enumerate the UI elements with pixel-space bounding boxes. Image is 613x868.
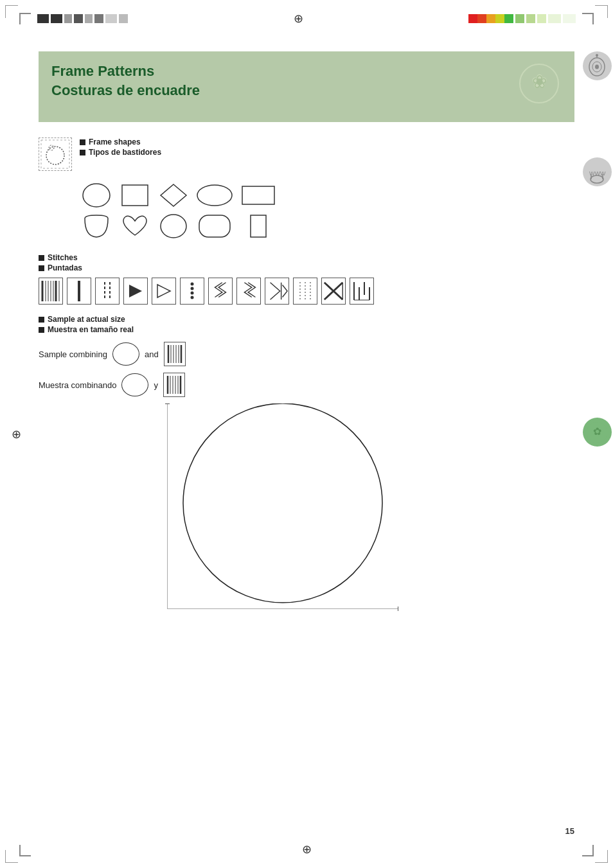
bullet-square [80, 139, 85, 145]
frame-shapes-thumb [39, 137, 72, 171]
crosshair-left: ⊕ [12, 427, 21, 441]
svg-point-2 [595, 64, 599, 69]
corner-reg-bl [19, 845, 31, 856]
svg-point-40 [191, 296, 194, 299]
svg-point-17 [83, 184, 110, 207]
bullet-sq-6 [39, 327, 44, 333]
shapes-row-1 [80, 181, 574, 209]
svg-rect-21 [242, 186, 274, 204]
page-number: 15 [565, 826, 574, 836]
stitch-icon-12 [350, 278, 374, 305]
shapes-grid [80, 181, 574, 240]
svg-marker-19 [161, 184, 186, 206]
header-title-en: Frame Patterns [51, 63, 562, 80]
stitch-icons-row [39, 278, 574, 305]
svg-point-38 [191, 287, 194, 290]
corner-reg-br [582, 845, 594, 856]
sample-oval-es [121, 373, 148, 396]
stitches-label-en: Stitches [39, 253, 574, 262]
circle-diagram-svg [167, 403, 398, 609]
shape-wide-rect [239, 181, 278, 209]
sample-stitch-en [164, 342, 186, 366]
stitches-section: Stitches Puntadas [39, 253, 574, 305]
shape-rounded-oval [80, 212, 113, 240]
stitch-icon-3 [95, 278, 120, 305]
bullet-square-2 [80, 150, 85, 155]
shape-tall-rect [239, 212, 278, 240]
sample-section: Sample at actual size Muestra en tamaño … [39, 315, 574, 609]
stitch-icon-1 [39, 278, 63, 305]
stitch-icon-2 [67, 278, 91, 305]
circle-diagram-container [167, 403, 398, 609]
header-emblem: ✿ ❀ [517, 61, 562, 106]
sidebar-badge-emblem-green: ✿ [583, 418, 612, 447]
bullet-sq-4 [39, 265, 44, 271]
shape-rectangle [118, 181, 152, 209]
sample-label-en: Sample at actual size [39, 315, 574, 324]
shape-circle-2 [157, 212, 190, 240]
svg-text:❀: ❀ [532, 72, 547, 92]
color-strip-left [37, 14, 128, 23]
shape-diamond [157, 181, 190, 209]
svg-point-4 [596, 54, 598, 57]
shape-rounded-rect [195, 212, 234, 240]
header-title-es: Costuras de encuadre [51, 82, 562, 99]
bullet-sq-5 [39, 317, 44, 323]
svg-text:✿: ✿ [593, 426, 601, 437]
stitch-icon-10 [293, 278, 317, 305]
stitch-icon-8 [236, 278, 261, 305]
stitch-icon-6 [180, 278, 204, 305]
shape-heart [118, 212, 152, 240]
diagram-tick-right [398, 607, 398, 611]
shape-wide-oval [195, 181, 234, 209]
sample-y-text: y [154, 380, 158, 390]
diagram-left-line [167, 403, 168, 609]
sample-labels: Sample at actual size Muestra en tamaño … [39, 315, 574, 334]
svg-marker-36 [157, 285, 170, 297]
diagram-bottom-line [167, 608, 398, 609]
stitches-label-es: Puntadas [39, 263, 574, 272]
sidebar-badge-thread [583, 51, 612, 80]
svg-point-22 [161, 215, 186, 238]
sample-combining-text-en: Sample combining [39, 350, 107, 359]
top-bar: ⊕ [0, 12, 613, 26]
svg-marker-35 [129, 285, 142, 297]
sample-combining-text-es: Muestra combinando [39, 380, 116, 390]
frame-shapes-label-es: Tipos de bastidores [80, 148, 161, 157]
sample-combining-en: Sample combining and [39, 342, 574, 366]
sample-combining-es: Muestra combinando y [39, 373, 574, 397]
header-box: Frame Patterns Costuras de encuadre ✿ ❀ [39, 51, 574, 122]
bullet-sq-3 [39, 255, 44, 261]
frame-shapes-labels: Frame shapes Tipos de bastidores [80, 137, 161, 157]
main-content: Frame Patterns Costuras de encuadre ✿ ❀ … [39, 51, 574, 619]
svg-point-65 [183, 403, 382, 603]
svg-point-15 [46, 146, 64, 164]
stitch-icon-11 [321, 278, 346, 305]
corner-reg-tl [19, 13, 31, 24]
corner-reg-tr [582, 13, 594, 24]
sample-and-text: and [145, 350, 159, 359]
frame-shapes-section: Frame shapes Tipos de bastidores [39, 137, 574, 171]
svg-point-37 [191, 283, 194, 286]
shapes-row-2 [80, 212, 574, 240]
right-sidebar: WWW ✿ [581, 51, 613, 447]
color-strip-right [468, 14, 576, 23]
svg-rect-23 [199, 215, 230, 237]
stitch-icon-4 [123, 278, 148, 305]
bottom-bar [0, 845, 613, 856]
stitches-labels: Stitches Puntadas [39, 253, 574, 272]
crosshair-top: ⊕ [294, 12, 303, 26]
sample-oval-en [112, 342, 139, 366]
sidebar-badge-machine: WWW [583, 157, 612, 186]
shape-circle [80, 181, 113, 209]
stitch-icon-5 [152, 278, 176, 305]
svg-rect-24 [251, 215, 266, 237]
svg-rect-18 [122, 185, 148, 206]
stitch-icon-9 [265, 278, 289, 305]
svg-point-20 [197, 185, 232, 206]
sample-stitch-es [163, 373, 185, 397]
svg-point-39 [191, 292, 194, 295]
diagram-tick-top [165, 403, 170, 404]
sample-label-es: Muestra en tamaño real [39, 325, 574, 334]
stitch-icon-7 [208, 278, 233, 305]
